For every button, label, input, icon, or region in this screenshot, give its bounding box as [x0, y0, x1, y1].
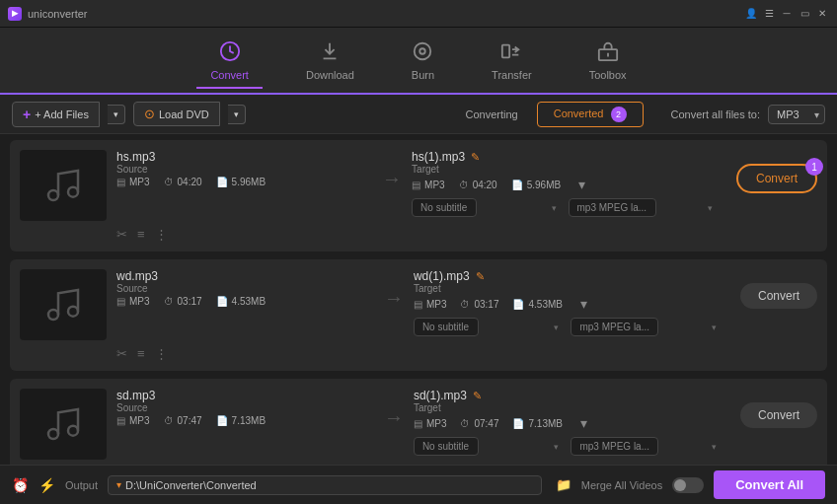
list-icon-2[interactable]: ≡: [137, 346, 145, 361]
scissors-icon-1[interactable]: ✂: [116, 227, 127, 242]
t-format-icon-1: ▤: [412, 180, 420, 190]
target-dropdown-1[interactable]: ▾: [578, 177, 585, 192]
file-thumbnail-2: [20, 269, 107, 340]
flash-icon[interactable]: ⚡: [38, 477, 55, 493]
tab-converted-label: Converted: [554, 108, 604, 119]
dvd-icon: ⊙: [144, 107, 155, 121]
list-icon-1[interactable]: ≡: [137, 227, 145, 242]
source-format-1: ▤ MP3: [116, 177, 150, 187]
target-dropdown-2[interactable]: ▾: [580, 296, 587, 312]
convert-label-1: Convert: [756, 172, 798, 185]
codec-select-3[interactable]: mp3 MPEG la...: [571, 437, 658, 456]
source-meta-3: ▤ MP3 ⏱ 07:47 📄 7.13MB: [116, 415, 374, 426]
file-row-2: wd.mp3 Source ▤ MP3 ⏱ 03:17 📄: [10, 259, 827, 371]
target-size-2: 4.53MB: [528, 299, 562, 310]
svg-rect-3: [502, 44, 509, 57]
maximize-btn[interactable]: ▭: [798, 7, 811, 21]
nav-burn[interactable]: Burn: [398, 35, 448, 89]
nav-download[interactable]: Download: [292, 35, 368, 89]
size-icon-2: 📄: [216, 296, 228, 307]
source-size-value-3: 7.13MB: [232, 415, 266, 426]
transfer-icon: [500, 40, 522, 65]
codec-select-wrap-1: mp3 MPEG la...: [569, 198, 719, 217]
source-duration-1: ⏱ 04:20: [164, 177, 202, 187]
minimize-btn[interactable]: ─: [780, 7, 794, 21]
burn-icon: [412, 40, 433, 65]
nav-burn-label: Burn: [412, 69, 434, 81]
folder-icon[interactable]: 📁: [556, 477, 571, 492]
add-files-button[interactable]: + + Add Files: [12, 102, 100, 127]
source-filename-2: wd.mp3: [116, 269, 374, 283]
tab-converted[interactable]: Converted 2: [537, 102, 644, 127]
convert-all-button[interactable]: Convert All: [714, 470, 825, 499]
nav-bar: Convert Download Burn Transfer: [0, 28, 837, 95]
source-label-2: Source: [116, 283, 374, 294]
action-icons-2: ✂ ≡ ⋮: [116, 346, 817, 361]
source-label-3: Source: [116, 402, 374, 413]
svg-point-6: [48, 190, 58, 200]
target-meta-3: ▤ MP3 ⏱ 07:47 📄 7.13MB ▾: [414, 415, 723, 431]
tab-converting[interactable]: Converting: [448, 102, 534, 127]
source-format-value-1: MP3: [129, 177, 150, 187]
edit-icon-1[interactable]: ✎: [471, 151, 480, 164]
settings-icon-1[interactable]: ⋮: [155, 227, 168, 242]
source-meta-2: ▤ MP3 ⏱ 03:17 📄 4.53MB: [116, 296, 374, 307]
output-label: Output: [65, 479, 98, 491]
edit-icon-2[interactable]: ✎: [476, 270, 485, 283]
subtitle-select-2[interactable]: No subtitle: [414, 318, 479, 336]
target-meta-1: ▤ MP3 ⏱ 04:20 📄 5.96MB ▾: [412, 177, 719, 192]
history-icon[interactable]: ⏰: [12, 477, 29, 493]
bottom-bar: ⏰ ⚡ Output ▾ D:\UniConverter\Converted 📁…: [0, 465, 837, 504]
convert-button-2[interactable]: Convert: [740, 283, 817, 309]
codec-select-2[interactable]: mp3 MPEG la...: [571, 318, 658, 336]
codec-select-1[interactable]: mp3 MPEG la...: [569, 198, 656, 217]
source-size-value-1: 5.96MB: [232, 177, 266, 187]
convert-badge-1: 1: [805, 158, 823, 176]
format-select-wrap: MP3 MP4 MKV AVI: [768, 105, 825, 124]
convert-icon: [219, 40, 241, 65]
source-duration-value-1: 04:20: [178, 177, 202, 187]
nav-transfer[interactable]: Transfer: [478, 35, 546, 89]
menu-icon-btn[interactable]: ☰: [762, 7, 776, 21]
format-icon-1: ▤: [116, 177, 125, 187]
convert-button-1[interactable]: Convert 1: [736, 164, 817, 193]
sub-controls-2: No subtitle mp3 MPEG la...: [414, 318, 723, 336]
path-arrow-icon: ▾: [116, 479, 121, 490]
nav-convert[interactable]: Convert: [196, 35, 263, 89]
convert-label-3: Convert: [758, 408, 799, 422]
format-select[interactable]: MP3 MP4 MKV AVI: [768, 105, 825, 124]
target-meta-2: ▤ MP3 ⏱ 03:17 📄 4.53MB ▾: [414, 296, 723, 312]
t-clock-icon-1: ⏱: [459, 180, 469, 190]
add-files-label: + Add Files: [35, 108, 89, 120]
target-duration-3: 07:47: [474, 418, 498, 429]
close-btn[interactable]: ✕: [815, 7, 829, 21]
arrow-2: →: [384, 269, 404, 310]
title-bar: ▶ uniconverter 👤 ☰ ─ ▭ ✕: [0, 0, 837, 28]
window-controls: 👤 ☰ ─ ▭ ✕: [744, 7, 829, 21]
convert-all-to-section: Convert all files to: MP3 MP4 MKV AVI: [671, 105, 825, 124]
add-files-dropdown[interactable]: ▾: [108, 105, 125, 124]
title-bar-left: ▶ uniconverter: [8, 7, 88, 21]
load-dvd-button[interactable]: ⊙ Load DVD: [133, 102, 220, 126]
target-dropdown-3[interactable]: ▾: [580, 415, 587, 431]
scissors-icon-2[interactable]: ✂: [116, 346, 127, 361]
target-label-1: Target: [412, 164, 719, 175]
tab-group: Converting Converted 2: [448, 102, 643, 127]
merge-toggle[interactable]: [672, 477, 704, 493]
svg-point-10: [48, 429, 58, 439]
svg-point-8: [48, 310, 58, 320]
user-icon-btn[interactable]: 👤: [744, 7, 758, 21]
nav-toolbox[interactable]: Toolbox: [575, 35, 641, 89]
convert-button-3[interactable]: Convert: [740, 402, 817, 428]
source-format-value-3: MP3: [129, 415, 150, 426]
source-duration-value-3: 07:47: [178, 415, 202, 426]
subtitle-select-3[interactable]: No subtitle: [414, 437, 479, 456]
app-logo: ▶: [8, 7, 22, 21]
edit-icon-3[interactable]: ✎: [473, 390, 482, 402]
source-format-value-2: MP3: [129, 296, 150, 307]
settings-icon-2[interactable]: ⋮: [155, 346, 168, 361]
source-filename-3: sd.mp3: [116, 389, 374, 402]
source-label-1: Source: [116, 164, 372, 175]
load-dvd-dropdown[interactable]: ▾: [228, 105, 246, 124]
subtitle-select-1[interactable]: No subtitle: [412, 198, 477, 217]
